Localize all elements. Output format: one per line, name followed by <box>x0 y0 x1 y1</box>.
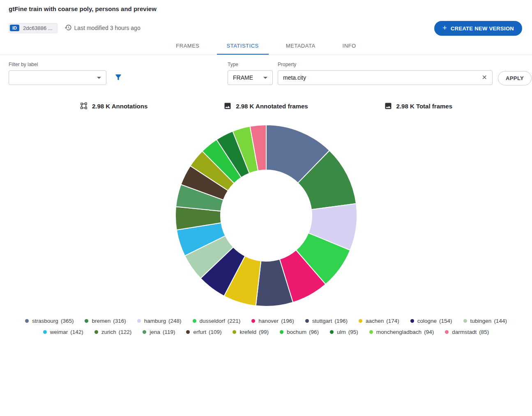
history-icon <box>64 24 72 32</box>
legend-count: (174) <box>386 318 399 324</box>
legend-item-hamburg[interactable]: hamburg(248) <box>137 318 182 324</box>
legend-row: strasbourg(365)bremen(316)hamburg(248)du… <box>25 318 507 324</box>
stat-item: 2.98 K Total frames <box>384 102 452 110</box>
legend-color-dot <box>94 330 98 334</box>
legend-color-dot <box>410 319 414 323</box>
legend-count: (248) <box>168 318 182 324</box>
tab-statistics[interactable]: STATISTICS <box>217 37 269 55</box>
filters-bar: Filter by label Type FRAME Property ✕ AP… <box>0 60 532 94</box>
type-label: Type <box>228 62 273 67</box>
legend-color-dot <box>251 319 255 323</box>
legend-count: (144) <box>494 318 507 324</box>
last-modified: Last modified 3 hours ago <box>64 24 140 32</box>
apply-button[interactable]: APPLY <box>498 71 532 85</box>
legend-color-dot <box>143 330 146 334</box>
legend-count: (85) <box>479 329 489 335</box>
legend-item-jena[interactable]: jena(119) <box>143 329 175 335</box>
tab-metadata[interactable]: METADATA <box>276 37 325 55</box>
stats-row: 2.98 K Annotations2.98 K Annotated frame… <box>42 102 491 110</box>
legend-item-dusseldorf[interactable]: dusseldorf(221) <box>193 318 241 324</box>
legend-color-dot <box>369 330 373 334</box>
create-new-version-label: CREATE NEW VERSION <box>451 25 514 32</box>
chevron-down-icon <box>97 77 101 79</box>
legend-color-dot <box>359 319 362 323</box>
legend-count: (119) <box>163 329 175 335</box>
filter-by-label-group: Filter by label <box>9 62 106 85</box>
page-title: gtFine train with coarse poly, persons a… <box>9 5 522 12</box>
legend-item-cologne[interactable]: cologne(154) <box>410 318 452 324</box>
legend-item-weimar[interactable]: weimar(142) <box>43 329 83 335</box>
legend-label: darmstadt <box>452 329 477 335</box>
property-group: Property ✕ <box>278 62 493 85</box>
legend-item-tubingen[interactable]: tubingen(144) <box>463 318 507 324</box>
legend-count: (316) <box>113 318 126 324</box>
legend-count: (196) <box>281 318 294 324</box>
plus-icon: + <box>442 24 447 32</box>
last-modified-text: Last modified 3 hours ago <box>74 25 140 31</box>
legend-item-stuttgart[interactable]: stuttgart(196) <box>305 318 348 324</box>
legend-count: (142) <box>70 329 83 335</box>
legend-item-ulm[interactable]: ulm(95) <box>330 329 358 335</box>
legend-item-hanover[interactable]: hanover(196) <box>251 318 294 324</box>
legend-label: stuttgart <box>312 318 332 324</box>
legend-label: dusseldorf <box>200 318 225 324</box>
legend-color-dot <box>85 319 88 323</box>
legend-count: (109) <box>209 329 222 335</box>
legend-label: strasbourg <box>32 318 58 324</box>
id-label: ID <box>10 25 19 31</box>
legend-item-bremen[interactable]: bremen(316) <box>85 318 126 324</box>
clear-icon[interactable]: ✕ <box>482 74 487 81</box>
legend-count: (122) <box>119 329 132 335</box>
legend-item-darmstadt[interactable]: darmstadt(85) <box>445 329 489 335</box>
annotations-icon <box>80 102 88 110</box>
dataset-id-badge[interactable]: ID 2dc63886 ... <box>9 23 58 33</box>
legend-color-dot <box>25 319 29 323</box>
legend-item-zurich[interactable]: zurich(122) <box>94 329 132 335</box>
frames-icon <box>384 102 392 110</box>
id-value: 2dc63886 ... <box>19 24 56 32</box>
type-select[interactable]: FRAME <box>228 70 273 85</box>
legend-label: krefeld <box>240 329 256 335</box>
legend-label: zurich <box>101 329 116 335</box>
legend-color-dot <box>137 319 141 323</box>
stat-text: 2.98 K Total frames <box>396 103 452 110</box>
tab-info[interactable]: INFO <box>333 37 366 55</box>
legend-label: jena <box>150 329 160 335</box>
legend-item-monchengladbach[interactable]: monchengladbach(94) <box>369 329 434 335</box>
legend-label: erfurt <box>193 329 206 335</box>
chart-area <box>0 122 532 309</box>
legend-count: (95) <box>348 329 358 335</box>
legend-row: weimar(142)zurich(122)jena(119)erfurt(10… <box>43 329 489 335</box>
filter-by-label-select[interactable] <box>9 70 106 85</box>
stat-text: 2.98 K Annotations <box>92 103 147 110</box>
tab-bar: FRAMESSTATISTICSMETADATAINFO <box>0 37 532 55</box>
legend-count: (99) <box>259 329 269 335</box>
legend-color-dot <box>43 330 47 334</box>
legend-item-aachen[interactable]: aachen(174) <box>359 318 399 324</box>
property-input[interactable] <box>283 74 479 81</box>
legend-count: (96) <box>309 329 319 335</box>
legend-color-dot <box>463 319 467 323</box>
legend-item-erfurt[interactable]: erfurt(109) <box>186 329 221 335</box>
legend-item-krefeld[interactable]: krefeld(99) <box>233 329 269 335</box>
legend-item-bochum[interactable]: bochum(96) <box>280 329 319 335</box>
legend-label: bochum <box>287 329 306 335</box>
create-new-version-button[interactable]: + CREATE NEW VERSION <box>434 21 522 36</box>
legend-label: ulm <box>337 329 346 335</box>
legend-label: hamburg <box>144 318 166 324</box>
tab-frames[interactable]: FRAMES <box>166 37 209 55</box>
type-value: FRAME <box>233 74 253 81</box>
stat-item: 2.98 K Annotations <box>80 102 147 110</box>
city-distribution-donut-chart <box>173 122 359 309</box>
stat-text: 2.98 K Annotated frames <box>236 103 308 110</box>
chart-legend: strasbourg(365)bremen(316)hamburg(248)du… <box>0 318 532 335</box>
legend-count: (94) <box>424 329 434 335</box>
legend-color-dot <box>233 330 236 334</box>
legend-label: cologne <box>417 318 437 324</box>
legend-label: tubingen <box>470 318 492 324</box>
legend-color-dot <box>445 330 449 334</box>
legend-count: (154) <box>439 318 452 324</box>
filter-funnel-icon[interactable] <box>114 73 122 83</box>
frames-icon <box>223 102 232 110</box>
legend-item-strasbourg[interactable]: strasbourg(365) <box>25 318 74 324</box>
